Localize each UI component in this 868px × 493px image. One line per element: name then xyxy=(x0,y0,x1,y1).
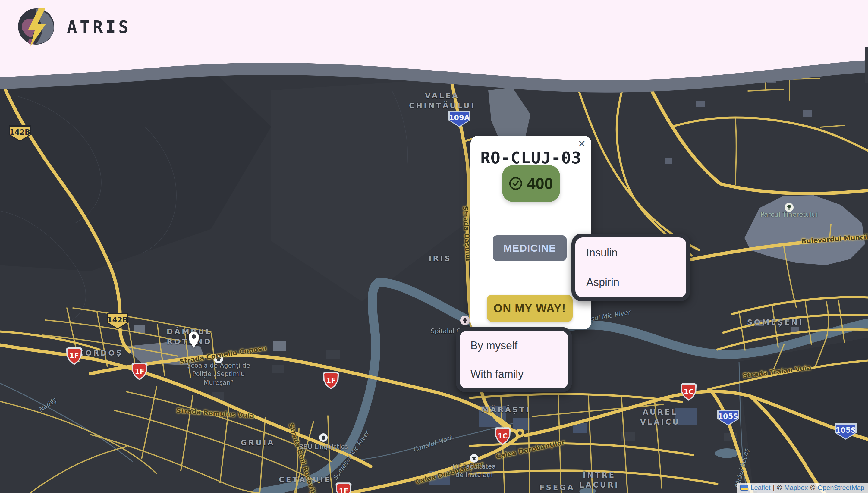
map-marker-pin[interactable] xyxy=(187,330,201,349)
map-attribution: Leaflet | © Mapbox © OpenStreetMap xyxy=(737,483,868,493)
hospital-icon xyxy=(460,316,470,325)
medicine-option-aspirin[interactable]: Aspirin xyxy=(586,267,686,297)
station-popup: × RO-CLUJ-03 400 MEDICINE ON MY WAY! xyxy=(471,135,591,329)
map-graphics xyxy=(0,0,868,493)
ukraine-flag-icon xyxy=(740,485,748,491)
app-title: ATRIS xyxy=(67,17,131,37)
companion-dropdown: By myself With family xyxy=(456,327,572,392)
openstreetmap-link[interactable]: OpenStreetMap xyxy=(818,484,864,492)
park-area xyxy=(744,195,865,265)
capacity-badge: 400 xyxy=(502,165,560,202)
popup-close-button[interactable]: × xyxy=(578,137,585,150)
medicine-option-insulin[interactable]: Insulin xyxy=(586,238,686,267)
check-circle-icon xyxy=(509,177,523,190)
station-id-title: RO-CLUJ-03 xyxy=(471,135,591,167)
medicine-button[interactable]: MEDICINE xyxy=(493,235,567,261)
medicine-dropdown: Insulin Aspirin xyxy=(571,234,690,301)
school-icon xyxy=(214,355,223,363)
terrain-patch xyxy=(271,78,482,301)
school-icon xyxy=(319,433,328,442)
copyright-symbol: © xyxy=(777,484,782,492)
app: VALEA CHINTĂULUIIRISDÂMBUL ROTUNDCORDOȘG… xyxy=(0,0,868,493)
map-canvas[interactable]: VALEA CHINTĂULUIIRISDÂMBUL ROTUNDCORDOȘG… xyxy=(0,0,868,493)
school-icon xyxy=(470,454,478,463)
attribution-separator: | xyxy=(773,484,775,492)
leaflet-link[interactable]: Leaflet xyxy=(751,484,771,492)
companion-option-with-family[interactable]: With family xyxy=(471,360,568,389)
app-logo xyxy=(18,8,55,48)
terrain-patch xyxy=(0,69,271,271)
park-tree-icon xyxy=(784,203,794,212)
scrollbar-thumb[interactable] xyxy=(865,47,868,83)
copyright-symbol: © xyxy=(810,484,815,492)
capacity-value: 400 xyxy=(527,174,553,193)
on-my-way-button[interactable]: ON MY WAY! xyxy=(487,295,573,322)
companion-option-by-myself[interactable]: By myself xyxy=(471,331,568,360)
roundabout xyxy=(515,429,524,437)
mapbox-link[interactable]: Mapbox xyxy=(784,484,808,492)
